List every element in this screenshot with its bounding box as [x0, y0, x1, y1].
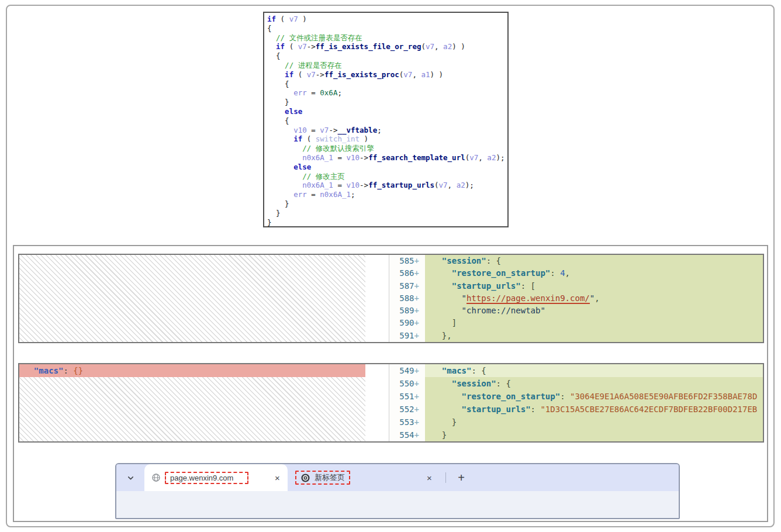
diff-block-session: 585+586+587+588+589+590+591+ "session": … — [18, 254, 764, 343]
code-line: n0x6A_1 = v10->ff_search_template_url(v7… — [267, 153, 507, 163]
diff-line: "chrome://newtab" — [425, 305, 763, 317]
line-number-column: 585+586+587+588+589+590+591+ — [389, 255, 425, 342]
code-line: { — [267, 51, 507, 61]
diff-line: "https://page.wenxin9.com/", — [425, 292, 763, 305]
diff-line: "restore_on_startup": "3064E9E1A6A508E5E… — [425, 390, 763, 403]
code-line: v10 = v7->__vftable; — [267, 126, 507, 135]
tab-divider — [445, 472, 446, 483]
code-line: // 修改默认搜索引擎 — [267, 144, 507, 153]
code-line: // 文件或注册表是否存在 — [267, 33, 507, 43]
diff-line: "macs": { — [425, 364, 763, 377]
new-tab-button[interactable]: + — [453, 469, 469, 486]
annotation-dashed-box: 新标签页 — [295, 471, 350, 485]
line-number-column: 549+550+551+552+553+554+ — [389, 364, 425, 441]
chevron-down-icon — [126, 474, 135, 482]
line-number: 552+ — [389, 403, 419, 416]
code-line: } — [267, 218, 507, 227]
code-line: else — [267, 107, 507, 116]
line-number: 553+ — [389, 416, 419, 429]
tab-close-button[interactable]: × — [272, 472, 283, 483]
diff-block-macs: "macs": {} 549+550+551+552+553+554+ "mac… — [18, 363, 764, 443]
diff-pane-gap — [365, 364, 389, 441]
code-line: } — [267, 98, 507, 107]
diff-line: "startup_urls": [ — [425, 280, 763, 292]
diff-line: } — [425, 416, 763, 429]
browser-window: page.wenxin9.com × 新标签页 × + ← → — [115, 463, 680, 519]
tab-strip: page.wenxin9.com × 新标签页 × + — [116, 464, 679, 491]
line-number: 550+ — [389, 377, 419, 390]
tab-label: 新标签页 — [315, 472, 345, 483]
line-number: 551+ — [389, 390, 419, 403]
code-line: err = 0x6A; — [267, 88, 507, 98]
diff-line: "restore_on_startup": 4, — [425, 267, 763, 279]
annotation-dashed-box: page.wenxin9.com — [165, 472, 248, 484]
newtab-favicon-icon — [300, 473, 310, 483]
line-number: 586+ — [389, 267, 419, 279]
diff-line: "startup_urls": "1D3C15A5CBE27E86AC642EC… — [425, 403, 763, 416]
code-line: { — [267, 80, 507, 89]
empty-placeholder-region — [19, 377, 365, 441]
code-line: else — [267, 163, 507, 172]
line-number: 549+ — [389, 364, 419, 377]
line-number: 585+ — [389, 255, 419, 267]
diff-line: }, — [425, 330, 763, 342]
code-line: { — [267, 116, 507, 126]
tab-label: page.wenxin9.com — [170, 474, 233, 482]
diff-left-pane: "macs": {} — [19, 364, 365, 441]
diff-line: } — [425, 429, 763, 441]
tab-page-wenxin9[interactable]: page.wenxin9.com × — [144, 464, 288, 491]
evidence-container: 585+586+587+588+589+590+591+ "session": … — [13, 245, 768, 522]
line-number: 588+ — [389, 292, 419, 305]
tab-close-button[interactable]: × — [424, 472, 435, 483]
code-line: // 进程是否存在 — [267, 61, 507, 70]
line-number: 589+ — [389, 305, 419, 317]
code-line: if ( v7 ) — [267, 15, 507, 24]
tab-search-button[interactable] — [122, 469, 139, 486]
code-line: } — [267, 199, 507, 209]
line-number: 587+ — [389, 280, 419, 292]
diff-left-pane — [19, 255, 365, 342]
diff-line: "session": { — [425, 255, 763, 267]
empty-placeholder-region — [19, 255, 365, 342]
code-line: // 修改主页 — [267, 172, 507, 181]
decompiler-code: if ( v7 ){ // 文件或注册表是否存在 if ( v7->ff_is_… — [267, 15, 507, 227]
diff-pane-gap — [365, 255, 389, 342]
deleted-line: "macs": {} — [19, 364, 365, 377]
tab-new-tab-page[interactable]: 新标签页 × — [292, 464, 440, 491]
decompiler-panel: if ( v7 ){ // 文件或注册表是否存在 if ( v7->ff_is_… — [263, 12, 509, 227]
diff-line: "session": { — [425, 377, 763, 390]
code-line: } — [267, 209, 507, 218]
diff-added-pane: "session": { "restore_on_startup": 4, "s… — [425, 255, 763, 342]
code-line: if ( switch_int ) — [267, 134, 507, 144]
line-number: 554+ — [389, 429, 419, 441]
code-line: if ( v7->ff_is_exists_file_or_reg(v7, a2… — [267, 42, 507, 51]
line-number: 590+ — [389, 317, 419, 329]
code-line: n0x6A_1 = v10->ff_startup_urls(v7, a2); — [267, 181, 507, 190]
code-line: { — [267, 24, 507, 33]
browser-toolbar: ← → page.wenxin9.com — [116, 491, 679, 518]
code-line: err = n0x6A_1; — [267, 190, 507, 199]
code-line: if ( v7->ff_is_exists_proc(v7, a1) ) — [267, 70, 507, 80]
diff-line: ] — [425, 317, 763, 329]
line-number: 591+ — [389, 330, 419, 342]
diff-added-pane: "macs": { "session": { "restore_on_start… — [425, 364, 763, 441]
globe-icon — [151, 473, 161, 482]
